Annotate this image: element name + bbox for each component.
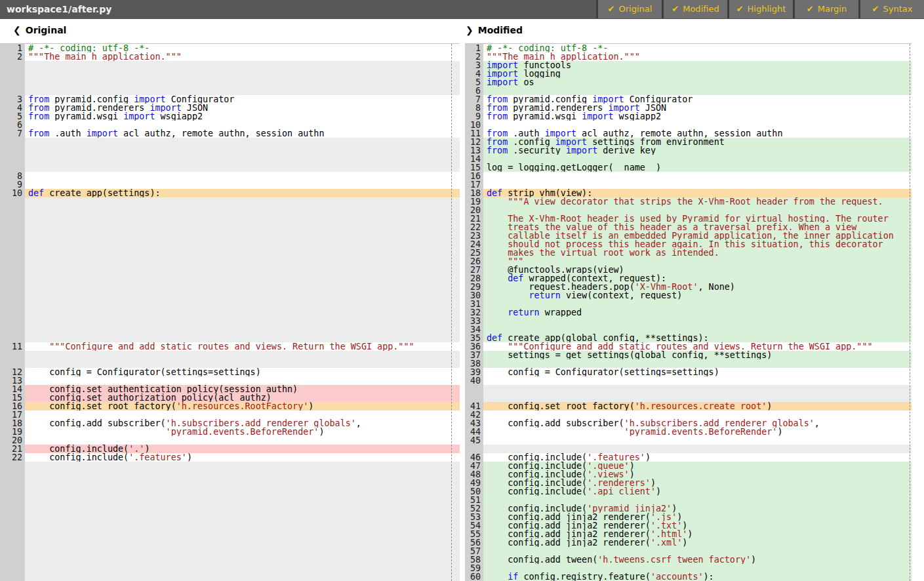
code-row: 4import logging xyxy=(465,70,912,78)
code-line: from .auth import acl_authz, remote_auth… xyxy=(25,129,460,138)
line-number: 25 xyxy=(465,249,483,257)
code-line xyxy=(483,317,912,325)
code-row xyxy=(0,197,460,206)
code-line xyxy=(25,87,460,95)
line-number: 24 xyxy=(465,240,483,249)
line-number: 2 xyxy=(465,52,483,61)
code-row xyxy=(0,163,460,172)
code-line: config.add_jinja2_renderer('.js') xyxy=(483,513,912,521)
code-line xyxy=(483,359,912,368)
code-row xyxy=(0,538,460,547)
code-line: config.include('.views') xyxy=(483,470,912,479)
line-number: 14 xyxy=(0,385,25,393)
toggle-original-button[interactable]: ✔Original xyxy=(596,0,662,18)
code-row: 22 treats the value of this header as a … xyxy=(465,223,912,231)
code-row: 1# -*- coding: utf-8 -*- xyxy=(465,44,912,52)
line-number xyxy=(0,266,25,274)
line-number: 18 xyxy=(465,189,483,197)
line-number: 21 xyxy=(465,214,483,223)
code-line: config.add_tween('h.tweens.csrf_tween_fa… xyxy=(483,555,912,564)
line-number xyxy=(0,572,25,581)
line-number: 56 xyxy=(465,538,483,547)
line-number xyxy=(465,445,483,453)
code-line xyxy=(483,376,912,385)
code-row xyxy=(0,257,460,266)
code-row: 25 makes the virtual root work as intend… xyxy=(465,249,912,257)
code-row xyxy=(0,504,460,513)
code-line: config.set_authorization_policy(acl_auth… xyxy=(25,393,460,402)
code-row: 15 config.set_authorization_policy(acl_a… xyxy=(0,393,460,402)
line-number: 6 xyxy=(0,121,25,129)
code-line xyxy=(483,180,912,189)
code-row: 56 config.add_jinja2_renderer('.xml') xyxy=(465,538,912,547)
code-line xyxy=(483,325,912,334)
line-number: 31 xyxy=(465,300,483,308)
line-number xyxy=(0,257,25,266)
code-row xyxy=(0,351,460,359)
code-line: from .config import settings_from_enviro… xyxy=(483,138,912,146)
modified-pane-header: ❯Modified xyxy=(466,25,523,35)
line-number: 33 xyxy=(465,317,483,325)
line-number: 45 xyxy=(465,436,483,445)
toggle-margin-button[interactable]: ✔Margin xyxy=(793,0,858,18)
code-line: config.include('pyramid_jinja2') xyxy=(483,504,912,513)
toggle-highlight-button[interactable]: ✔Highlight xyxy=(727,0,793,18)
code-line xyxy=(25,300,460,308)
code-line: config.add_jinja2_renderer('.xml') xyxy=(483,538,912,547)
code-row: 60 if config.registry.feature('accounts'… xyxy=(465,572,912,581)
toggle-modified-button[interactable]: ✔Modified xyxy=(662,0,727,18)
code-row: 48 config.include('.views') xyxy=(465,470,912,479)
code-line xyxy=(25,325,460,334)
code-row: 6 xyxy=(465,87,912,95)
code-line xyxy=(25,172,460,180)
line-number: 3 xyxy=(0,95,25,104)
line-number: 58 xyxy=(465,555,483,564)
code-line: settings = get_settings(global_config, *… xyxy=(483,351,912,359)
code-line xyxy=(25,470,460,479)
code-row: 13 xyxy=(0,376,460,385)
line-number: 53 xyxy=(465,513,483,521)
code-row xyxy=(0,146,460,155)
check-icon: ✔ xyxy=(872,4,879,14)
line-number xyxy=(0,470,25,479)
line-number: 49 xyxy=(465,479,483,487)
code-row: 38 xyxy=(465,359,912,368)
pane-headers: ❮Original ❯Modified xyxy=(0,19,924,43)
line-number: 40 xyxy=(465,376,483,385)
line-number: 22 xyxy=(465,223,483,231)
code-line xyxy=(25,351,460,359)
code-line: from pyramid.renderers import JSON xyxy=(483,104,912,112)
code-line xyxy=(25,257,460,266)
code-line: from pyramid.renderers import JSON xyxy=(25,104,460,112)
modified-pane[interactable]: 1# -*- coding: utf-8 -*-2"""The main h a… xyxy=(465,43,912,581)
line-number xyxy=(0,530,25,538)
toggle-syntax-button[interactable]: ✔Syntax xyxy=(858,0,924,18)
line-number xyxy=(0,163,25,172)
line-number xyxy=(0,291,25,300)
line-number xyxy=(0,317,25,325)
line-number: 16 xyxy=(0,402,25,411)
code-line xyxy=(25,180,460,189)
line-number: 34 xyxy=(465,325,483,334)
line-number: 11 xyxy=(0,342,25,351)
code-line xyxy=(25,249,460,257)
line-number: 4 xyxy=(465,70,483,78)
line-number xyxy=(0,538,25,547)
code-line: config = Configurator(settings=settings) xyxy=(483,368,912,376)
code-row: 11 """Configure and add static routes an… xyxy=(0,342,460,351)
code-row xyxy=(0,138,460,146)
chevron-left-icon: ❮ xyxy=(13,25,21,35)
code-line: # -*- coding: utf-8 -*- xyxy=(25,44,460,52)
line-number: 3 xyxy=(465,61,483,70)
code-row: 17 xyxy=(465,180,912,189)
code-line xyxy=(25,206,460,214)
code-line: from pyramid.config import Configurator xyxy=(483,95,912,104)
code-row: 51 xyxy=(465,496,912,504)
code-row: 30 return view(context, request) xyxy=(465,291,912,300)
code-row xyxy=(0,564,460,572)
code-row: 19 """A view decorator that strips the X… xyxy=(465,197,912,206)
code-line: """Configure and add static routes and v… xyxy=(483,342,912,351)
original-pane[interactable]: 1# -*- coding: utf-8 -*-2"""The main h a… xyxy=(0,43,460,581)
line-number xyxy=(0,214,25,223)
code-row: 12from .config import settings_from_envi… xyxy=(465,138,912,146)
